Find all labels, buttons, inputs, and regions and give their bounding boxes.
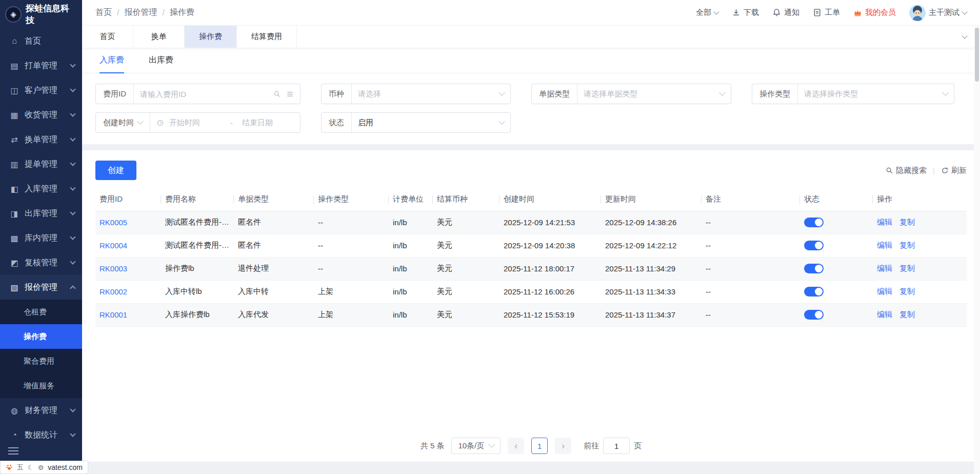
brand-logo[interactable]: ◈ 探蛙信息科技 (0, 0, 82, 29)
cell-created: 2025-12-09 14:21:53 (499, 211, 601, 234)
fee-table: 费用ID 费用名称 单据类型 操作类型 计费单位 结算币种 创建时间 更新时间 … (82, 188, 980, 430)
create-button[interactable]: 创建 (95, 161, 136, 180)
fee-id-input[interactable] (140, 90, 268, 98)
sidebar-item-outbound[interactable]: ◨ 出库管理 (0, 201, 82, 226)
cell-fee-name: 测试匿名件费用-订单 (161, 234, 234, 257)
edit-link[interactable]: 编辑 (877, 310, 892, 319)
chevron-down-icon (488, 441, 495, 448)
sidebar-item-inbound[interactable]: ◧ 入库管理 (0, 176, 82, 201)
sidebar-subitem-warehouse-rent-fee[interactable]: 仓租费 (0, 300, 82, 324)
status-label: 状态 (322, 113, 352, 132)
copy-link[interactable]: 复制 (899, 310, 915, 319)
table-row: RK0002 入库中转lb 入库中转 上架 in/lb 美元 2025-11-1… (95, 280, 967, 303)
hide-search-button[interactable]: 隐藏搜索 (886, 166, 927, 175)
edit-link[interactable]: 编辑 (877, 264, 892, 272)
chevron-down-icon (70, 62, 75, 67)
copy-link[interactable]: 复制 (899, 264, 915, 272)
status-toggle[interactable] (804, 241, 824, 250)
chevron-down-icon (70, 160, 75, 166)
fee-id-link[interactable]: RK0004 (99, 241, 127, 250)
sidebar-item-print[interactable]: ▤ 打单管理 (0, 53, 82, 78)
cell-op-type: -- (314, 211, 389, 234)
date-range-input[interactable]: 开始时间 - 结束日期 (150, 113, 300, 132)
copy-link[interactable]: 复制 (899, 218, 915, 226)
sidebar-collapse-icon[interactable] (8, 445, 18, 457)
scrollbar-thumb[interactable] (975, 28, 979, 82)
sidebar-item-statistics[interactable]: ◔ 数据统计 (0, 423, 82, 447)
tab-exchange-order[interactable]: 换单 (133, 26, 185, 48)
sidebar-item-lading[interactable]: ▥ 提单管理 (0, 152, 82, 176)
user-menu[interactable]: 主干测试 (909, 5, 967, 21)
current-page[interactable]: 1 (531, 438, 548, 454)
sidebar-subitem-operation-fee[interactable]: 操作费 (0, 324, 82, 349)
topbar-right: 全部 下载 通知 工单 我的会员 主干测试 (696, 5, 967, 21)
cell-updated: 2025-12-09 14:38:26 (601, 211, 702, 234)
doc-type-filter[interactable]: 单据类型 请选择单据类型 (531, 84, 731, 104)
goto-page-input[interactable] (603, 438, 630, 454)
tab-settlement-fee[interactable]: 结算费用 (237, 26, 297, 48)
sidebar-item-review[interactable]: ◩ 复核管理 (0, 250, 82, 275)
status-toggle[interactable] (804, 264, 824, 273)
bell-icon (772, 8, 781, 17)
breadcrumb-home[interactable]: 首页 (95, 7, 112, 18)
search-icon[interactable] (273, 90, 281, 98)
fee-id-link[interactable]: RK0002 (99, 287, 127, 296)
sidebar-item-exchange-order[interactable]: ⇄ 换单管理 (0, 127, 82, 152)
col-fee-id: 费用ID (95, 188, 161, 211)
ime-indicator[interactable]: 五 (17, 463, 24, 472)
sidebar-item-finance[interactable]: ◍ 财务管理 (0, 398, 82, 423)
advanced-search-icon[interactable] (286, 90, 294, 98)
tab-home[interactable]: 首页 (82, 26, 133, 48)
breadcrumb-quotation[interactable]: 报价管理 (124, 7, 157, 18)
op-type-filter[interactable]: 操作类型 请选择操作类型 (752, 84, 954, 104)
cell-currency: 美元 (433, 303, 499, 326)
fee-id-link[interactable]: RK0003 (99, 264, 127, 273)
chevron-down-icon (70, 259, 75, 264)
status-toggle[interactable] (804, 218, 824, 227)
scope-select[interactable]: 全部 (696, 8, 718, 17)
copy-link[interactable]: 复制 (899, 241, 915, 249)
ticket-button[interactable]: 工单 (813, 8, 840, 17)
sidebar-item-home[interactable]: ⌂ 首页 (0, 29, 82, 53)
notice-button[interactable]: 通知 (772, 8, 799, 17)
download-button[interactable]: 下载 (732, 8, 759, 17)
status-toggle[interactable] (804, 310, 824, 320)
sidebar-item-warehouse[interactable]: ▩ 库内管理 (0, 226, 82, 250)
edit-link[interactable]: 编辑 (877, 241, 892, 249)
prev-page-button[interactable]: ‹ (508, 438, 524, 454)
cell-actions: 编辑复制 (873, 234, 967, 257)
edit-link[interactable]: 编辑 (877, 218, 892, 226)
sidebar-subitem-aggregate-fee[interactable]: 聚合费用 (0, 349, 82, 373)
fee-id-label: 费用ID (96, 84, 134, 104)
currency-filter[interactable]: 币种 请选择 (321, 84, 511, 104)
subtab-inbound-fee[interactable]: 入库费 (99, 48, 124, 73)
copy-link[interactable]: 复制 (899, 287, 915, 295)
sidebar-item-customer[interactable]: ◫ 客户管理 (0, 78, 82, 103)
night-mode-icon[interactable]: ☾ (28, 464, 34, 471)
next-page-button[interactable]: › (555, 438, 571, 454)
subtab-outbound-fee[interactable]: 出库费 (149, 48, 173, 73)
tab-operation-fee[interactable]: 操作费 (185, 26, 237, 48)
cell-doc-type: 匿名件 (234, 234, 314, 257)
fee-id-link[interactable]: RK0005 (99, 218, 127, 227)
topbar: 首页 / 报价管理 / 操作费 全部 下载 通知 工单 (82, 0, 980, 25)
fee-id-link[interactable]: RK0001 (99, 310, 127, 319)
sidebar-item-receiving[interactable]: ▦ 收货管理 (0, 103, 82, 127)
membership-button[interactable]: 我的会员 (853, 8, 896, 17)
sidebar-item-quotation[interactable]: ▧ 报价管理 (0, 275, 82, 300)
status-toggle[interactable] (804, 287, 824, 297)
currency-label: 币种 (322, 84, 352, 104)
sidebar-subitem-value-added-service[interactable]: 增值服务 (0, 373, 82, 398)
refresh-button[interactable]: 刷新 (941, 166, 967, 175)
created-time-label-select[interactable]: 创建时间 (96, 113, 150, 132)
status-filter[interactable]: 状态 启用 (321, 112, 511, 133)
cell-created: 2025-11-12 15:53:19 (499, 303, 601, 326)
page-size-select[interactable]: 10条/页 (451, 438, 501, 454)
gear-icon[interactable]: ⚙ (38, 464, 44, 471)
finance-manage-icon: ◍ (9, 406, 19, 416)
vertical-scrollbar[interactable] (974, 26, 980, 474)
tabs-collapse-icon[interactable] (962, 33, 967, 38)
cell-status (800, 257, 873, 280)
edit-link[interactable]: 编辑 (877, 287, 892, 295)
print-manage-icon: ▤ (9, 61, 19, 71)
